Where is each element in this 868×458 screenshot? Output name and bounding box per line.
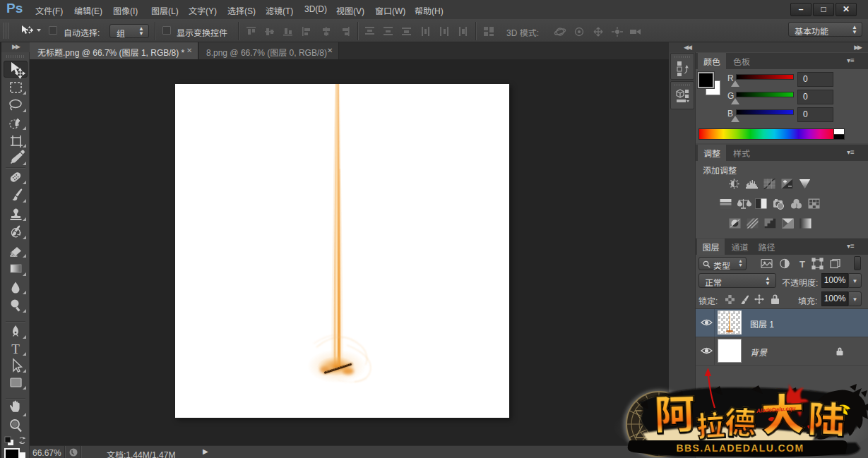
svg-text:BBS.ALADEDALU.COM: BBS.ALADEDALU.COM (677, 442, 804, 454)
svg-text:T: T (799, 259, 805, 270)
svg-text:T: T (11, 342, 20, 356)
